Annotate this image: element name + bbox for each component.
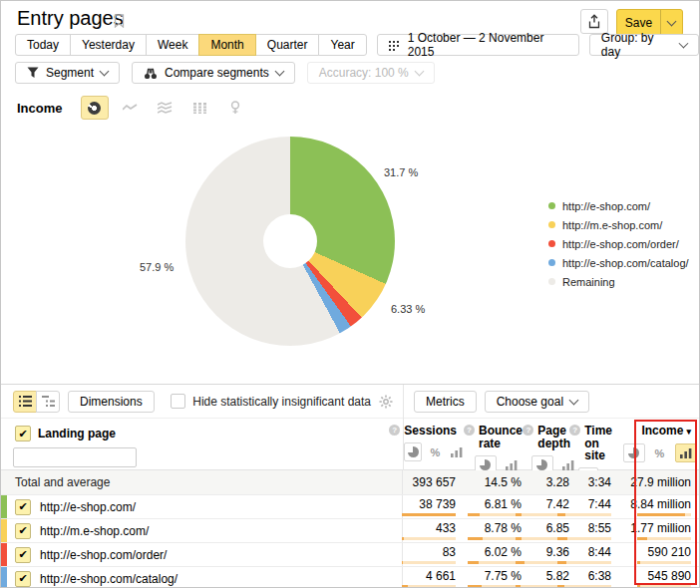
metric-bar [468,537,522,540]
bars-view-icon[interactable] [675,443,697,462]
hide-insignificant-checkbox[interactable] [171,394,185,409]
column-label: rate [479,438,523,449]
column-label: Page [537,425,570,437]
metric-value: 3:34 [588,476,611,489]
metric-bar [402,537,456,540]
metric-cell: 83 [403,543,464,566]
stacked-areas-icon[interactable] [153,97,178,119]
total-row: Total and average393 65714.5 %3.283:3427… [1,470,699,495]
landing-page-url[interactable]: http://e-shop.com/order/ [40,548,167,562]
period-tab-year[interactable]: Year [318,34,366,56]
total-row-label: Total and average [15,475,110,489]
legend-label: Remaining [562,276,615,288]
columns-chart-icon[interactable] [187,97,213,119]
legend-item[interactable]: http://e-shop.com/order/ [548,234,689,253]
period-tab-month[interactable]: Month [198,34,255,56]
segment-button[interactable]: Segment [15,62,120,84]
funnel-icon [27,67,39,79]
metric-value: 7.42 [546,498,569,511]
column-sort-control[interactable]: Pagedepth [537,425,570,450]
export-icon [587,14,601,29]
metric-bar [637,537,691,540]
metric-value: 7:44 [588,498,611,511]
landing-page-url[interactable]: http://e-shop.com/catalog/ [40,572,177,586]
landing-page-url[interactable]: http://m.e-shop.com/ [40,524,149,538]
period-tab-quarter[interactable]: Quarter [255,34,320,56]
date-range-button[interactable]: 1 October — 2 November 2015 [377,34,579,56]
metric-value: 9.36 [546,546,569,559]
metric-cell: 433 [403,519,464,542]
table-row[interactable]: ✔http://m.e-shop.com/4338.78 %6.858:551.… [1,519,699,543]
percent-view-icon[interactable]: % [427,443,443,460]
legend-item[interactable]: http://e-shop.com/ [548,196,689,215]
column-sort-control[interactable]: Sessions [404,425,457,438]
table-toolbar-left: Dimensions Hide statistically insignific… [1,385,403,419]
help-icon[interactable]: ? [569,425,580,436]
legend-swatch-icon [548,259,555,266]
column-sort-control[interactable]: Bouncerate [479,425,523,450]
metric-value: 8:55 [588,522,611,535]
help-icon[interactable]: ? [464,425,475,436]
tree-view-icon[interactable] [36,391,60,413]
calendar-icon [389,40,401,51]
dimensions-button[interactable]: Dimensions [68,391,155,413]
period-tab-today[interactable]: Today [15,34,71,56]
metric-cell: 3.28 [529,470,577,494]
metric-cell: 393 657 [403,470,464,494]
metric-bar [402,585,456,588]
bookmark-icon[interactable] [114,14,125,28]
metric-bar [468,585,522,588]
donut-chart-icon[interactable] [81,96,109,120]
group-by-button[interactable]: Group: by day [589,34,699,56]
accuracy-button[interactable]: Accuracy: 100 % [307,62,435,84]
metric-value: 1.77 million [630,522,691,535]
metric-cell: 6:38 [577,567,619,588]
help-icon[interactable]: ? [523,425,533,436]
report-table: Dimensions Hide statistically insignific… [1,384,699,587]
legend-item[interactable]: Remaining [548,272,689,291]
legend-item[interactable]: http://m.e-shop.com/ [548,215,689,234]
table-row[interactable]: ✔http://e-shop.com/order/836.02 %9.368:4… [1,543,699,567]
select-all-checkbox[interactable]: ✔ [15,426,31,441]
column-sort-control[interactable]: Income▾ [641,425,691,439]
compare-segments-button[interactable]: Compare segments [132,62,295,84]
income-donut-chart[interactable] [185,137,395,346]
period-tab-yesterday[interactable]: Yesterday [70,34,147,56]
landing-page-filter-input[interactable] [13,447,137,467]
choose-goal-button[interactable]: Choose goal [485,391,589,413]
chevron-down-icon [100,67,110,77]
map-icon[interactable] [222,97,248,119]
row-checkbox[interactable]: ✔ [15,499,31,515]
pie-view-icon[interactable] [404,442,422,461]
legend-item[interactable]: http://e-shop.com/catalog/ [548,253,689,272]
landing-page-url[interactable]: http://e-shop.com/ [40,500,136,514]
group-by-label: Group: by day [601,31,673,59]
row-checkbox[interactable]: ✔ [15,523,31,539]
metric-value: 3.28 [546,476,569,489]
metric-cell: 8.84 million [619,495,699,518]
list-view-icon[interactable] [13,391,37,413]
bars-view-icon[interactable] [449,443,465,460]
metric-cell: 8:55 [577,519,619,542]
line-chart-icon[interactable] [118,97,144,119]
pie-view-icon[interactable] [623,443,645,462]
row-checkbox[interactable]: ✔ [15,547,31,563]
table-row[interactable]: ✔http://e-shop.com/catalog/4 6617.75 %5.… [1,567,699,588]
accuracy-label: Accuracy: 100 % [319,66,409,80]
page-title: Entry pages [17,7,124,30]
column-sort-control[interactable]: Timeon site [584,425,612,462]
percent-view-icon[interactable]: % [650,444,670,461]
metric-cell: 8:44 [577,543,619,566]
metrics-button[interactable]: Metrics [414,391,477,413]
table-rows: Total and average393 65714.5 %3.283:3427… [1,470,699,588]
chevron-down-icon [569,395,579,405]
legend-swatch-icon [548,221,555,228]
row-checkbox[interactable]: ✔ [15,571,31,587]
metric-bar [557,513,611,516]
slice-callout: 6.33 % [391,303,425,315]
metric-value: 590 210 [648,546,691,559]
table-row[interactable]: ✔http://e-shop.com/38 7396.81 %7.427:448… [1,495,699,519]
hide-insignificant-label[interactable]: Hide statistically insignificant data [192,395,371,409]
gear-icon[interactable] [379,395,393,409]
period-tab-week[interactable]: Week [146,34,199,56]
